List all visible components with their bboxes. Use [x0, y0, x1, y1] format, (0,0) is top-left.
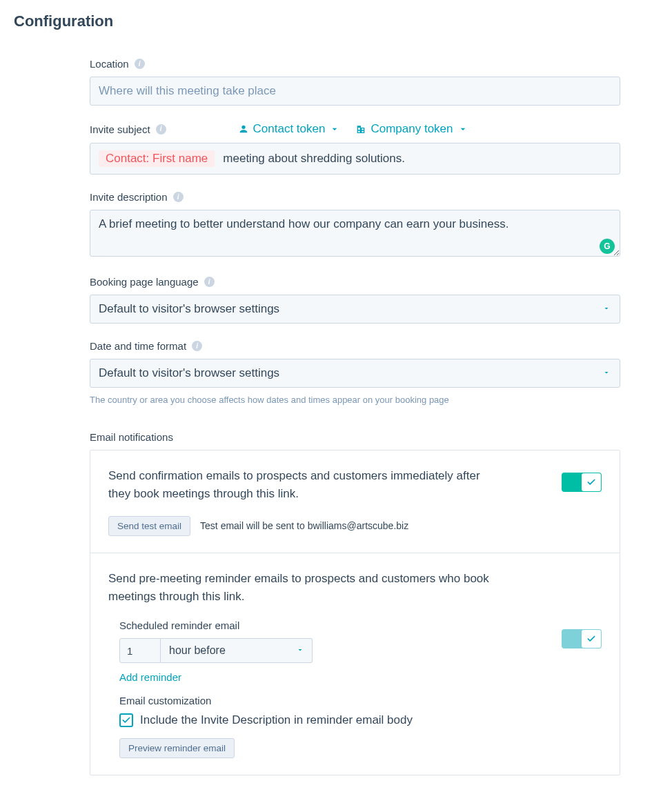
- info-icon[interactable]: i: [204, 277, 215, 287]
- preview-reminder-email-button[interactable]: Preview reminder email: [119, 738, 235, 758]
- location-input[interactable]: [90, 77, 620, 106]
- check-icon: [586, 634, 596, 644]
- include-description-label: Include the Invite Description in remind…: [140, 713, 413, 727]
- email-notifications-label: Email notifications: [90, 431, 620, 443]
- invite-subject-field: Invite subject i Contact token Company t…: [90, 122, 620, 175]
- token-chip-contact-firstname[interactable]: Contact: First name: [99, 150, 215, 167]
- reminder-toggle[interactable]: [562, 629, 602, 648]
- check-icon: [586, 477, 596, 487]
- contact-token-dropdown[interactable]: Contact token: [238, 122, 341, 136]
- info-icon[interactable]: i: [135, 59, 145, 69]
- info-icon[interactable]: i: [173, 192, 184, 202]
- toggle-knob: [582, 630, 601, 648]
- date-format-field: Date and time format i Default to visito…: [90, 340, 620, 405]
- send-test-email-button[interactable]: Send test email: [108, 516, 190, 536]
- location-field: Location i: [90, 58, 620, 106]
- contact-token-label: Contact token: [253, 122, 326, 136]
- reminder-section: Send pre-meeting reminder emails to pros…: [90, 553, 620, 775]
- add-reminder-link[interactable]: Add reminder: [119, 671, 181, 683]
- date-format-label: Date and time format: [90, 340, 186, 352]
- info-icon[interactable]: i: [156, 124, 166, 135]
- date-format-select[interactable]: Default to visitor's browser settings: [90, 359, 620, 388]
- grammarly-icon[interactable]: G: [600, 239, 615, 254]
- invite-subject-input[interactable]: Contact: First name meeting about shredd…: [90, 143, 620, 175]
- location-label: Location: [90, 58, 129, 70]
- date-format-help: The country or area you choose affects h…: [90, 395, 620, 405]
- chevron-down-icon: [457, 123, 468, 135]
- check-icon: [121, 715, 131, 725]
- reminder-unit-select[interactable]: hour before: [161, 638, 313, 663]
- booking-language-select[interactable]: Default to visitor's browser settings: [90, 295, 620, 324]
- booking-language-label: Booking page language: [90, 276, 199, 288]
- reminder-count-input[interactable]: [119, 638, 161, 663]
- chevron-down-icon: [329, 123, 340, 135]
- email-customization-label: Email customization: [119, 695, 602, 706]
- company-token-label: Company token: [370, 122, 453, 136]
- invite-description-textarea[interactable]: [90, 210, 620, 257]
- email-notifications-panel: Send confirmation emails to prospects an…: [90, 450, 620, 775]
- booking-language-field: Booking page language i Default to visit…: [90, 276, 620, 324]
- reminder-text: Send pre-meeting reminder emails to pros…: [108, 570, 495, 606]
- page-title: Configuration: [14, 12, 658, 30]
- company-token-dropdown[interactable]: Company token: [355, 122, 468, 136]
- test-email-note: Test email will be sent to bwilliams@art…: [200, 520, 408, 531]
- invite-subject-label: Invite subject: [90, 123, 150, 135]
- invite-subject-text: meeting about shredding solutions.: [223, 152, 405, 166]
- info-icon[interactable]: i: [192, 341, 202, 351]
- person-icon: [238, 123, 249, 135]
- confirmation-section: Send confirmation emails to prospects an…: [90, 450, 620, 553]
- confirmation-text: Send confirmation emails to prospects an…: [108, 467, 495, 504]
- checkbox-box: [119, 713, 133, 727]
- scheduled-reminder-label: Scheduled reminder email: [119, 620, 602, 631]
- include-description-checkbox[interactable]: Include the Invite Description in remind…: [119, 713, 602, 727]
- toggle-knob: [582, 473, 601, 491]
- invite-description-label: Invite description: [90, 191, 168, 203]
- building-icon: [355, 123, 366, 135]
- invite-description-field: Invite description i G: [90, 191, 620, 259]
- confirmation-toggle[interactable]: [562, 473, 602, 492]
